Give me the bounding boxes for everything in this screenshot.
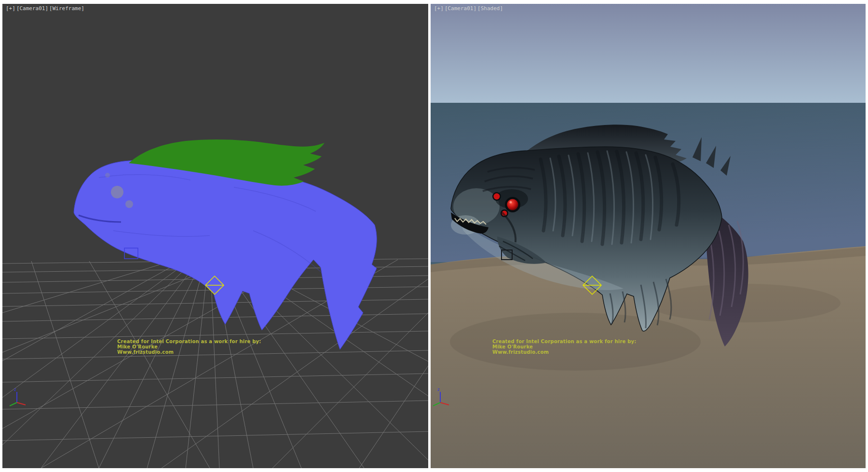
svg-text:Mike O'Rourke: Mike O'Rourke <box>492 344 533 349</box>
viewport-shading-button[interactable]: [Shaded] <box>477 5 503 12</box>
eye-main <box>507 199 518 210</box>
svg-text:Created for Intel Corporation: Created for Intel Corporation as a work … <box>492 339 637 344</box>
viewport-shaded[interactable]: [+] [Camera01] [Shaded] <box>431 4 866 468</box>
eye-highlight <box>510 201 512 204</box>
svg-text:Mike O'Rourke: Mike O'Rourke <box>117 344 158 349</box>
eye-small <box>494 194 500 200</box>
viewport-camera-button[interactable]: [Camera01] <box>16 5 48 12</box>
svg-text:Created for Intel Corporation: Created for Intel Corporation as a work … <box>117 339 261 344</box>
viewport-label: [+] [Camera01] [Wireframe] <box>6 5 84 12</box>
axis-z-label: z <box>437 387 440 392</box>
viewport-canvas-shaded[interactable]: Created for Intel Corporation as a work … <box>431 4 866 468</box>
viewport-menu-button[interactable]: [+] <box>6 5 15 12</box>
axis-z-label: z <box>14 387 16 392</box>
viewport-menu-button[interactable]: [+] <box>434 5 444 12</box>
svg-text:Www.frizstudio.com: Www.frizstudio.com <box>117 349 174 355</box>
viewport-wireframe[interactable]: [+] [Camera01] [Wireframe] <box>2 4 428 468</box>
fish-eye-spot <box>111 186 123 198</box>
fish-model-wireframe[interactable] <box>74 139 377 349</box>
fish-eye-spot-small <box>125 200 133 208</box>
viewport-camera-button[interactable]: [Camera01] <box>445 5 476 12</box>
viewport-shading-button[interactable]: [Wireframe] <box>49 5 84 12</box>
world-axis-gizmo: z <box>10 387 26 406</box>
viewport-canvas-wireframe[interactable]: Created for Intel Corporation as a work … <box>2 4 428 468</box>
svg-text:Www.frizstudio.com: Www.frizstudio.com <box>492 349 549 355</box>
viewport-label: [+] [Camera01] [Shaded] <box>434 5 503 12</box>
sky <box>431 4 866 103</box>
fish-head-spot <box>105 173 110 178</box>
